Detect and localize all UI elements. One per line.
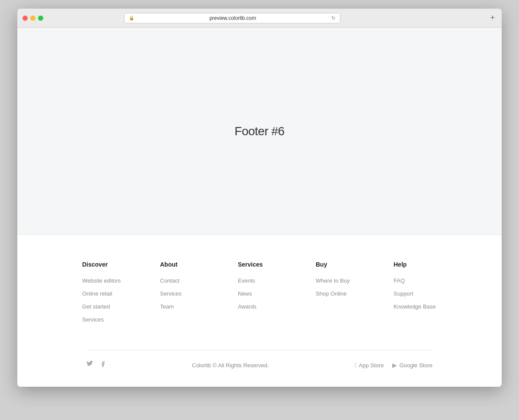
footer-link-online-retail[interactable]: Online retail bbox=[82, 290, 112, 297]
list-item: Shop Online bbox=[316, 290, 359, 297]
page-content-area: Footer #6 bbox=[17, 28, 502, 235]
footer-col-help-heading: Help bbox=[394, 261, 437, 268]
list-item: Events bbox=[238, 277, 281, 284]
app-store-label: App Store bbox=[359, 362, 384, 369]
google-store-label: Google Store bbox=[399, 362, 432, 369]
list-item: Contact bbox=[160, 277, 203, 284]
footer-link-events[interactable]: Events bbox=[238, 277, 255, 284]
address-bar[interactable]: 🔒 preview.colorlib.com ↻ bbox=[124, 13, 340, 23]
footer-col-services: Services Events News Awards bbox=[238, 261, 281, 328]
copyright-text: Colorlib © All Rights Reserved. bbox=[192, 362, 269, 369]
list-item: Knowledge Base bbox=[394, 302, 437, 310]
minimize-button[interactable] bbox=[30, 16, 35, 21]
list-item: Team bbox=[160, 302, 203, 310]
list-item: Awards bbox=[238, 302, 281, 310]
footer-link-faq[interactable]: FAQ bbox=[394, 277, 405, 284]
footer-link-website-editors[interactable]: Website editors bbox=[82, 277, 121, 284]
footer-link-support[interactable]: Support bbox=[394, 290, 413, 297]
footer-link-discover-services[interactable]: Services bbox=[82, 316, 104, 323]
close-button[interactable] bbox=[22, 16, 28, 21]
maximize-button[interactable] bbox=[38, 16, 43, 21]
reload-icon: ↻ bbox=[331, 15, 336, 21]
browser-window: 🔒 preview.colorlib.com ↻ + Footer #6 Dis… bbox=[17, 9, 502, 387]
footer-col-about: About Contact Services Team bbox=[160, 261, 203, 328]
list-item: Get started bbox=[82, 302, 125, 310]
footer-col-buy-heading: Buy bbox=[316, 261, 359, 268]
list-item: Where to Buy bbox=[316, 277, 359, 284]
store-links:  App Store ▶ Google Store bbox=[354, 362, 432, 369]
list-item: Services bbox=[160, 290, 203, 297]
footer-col-discover-heading: Discover bbox=[82, 261, 125, 268]
footer: Discover Website editors Online retail G… bbox=[17, 235, 502, 387]
lock-icon: 🔒 bbox=[129, 16, 134, 20]
footer-link-get-started[interactable]: Get started bbox=[82, 303, 110, 310]
footer-nav: Discover Website editors Online retail G… bbox=[17, 261, 502, 350]
list-item: Online retail bbox=[82, 290, 125, 297]
footer-col-services-heading: Services bbox=[238, 261, 281, 268]
footer-link-shop-online[interactable]: Shop Online bbox=[316, 290, 347, 297]
list-item: Website editors bbox=[82, 277, 125, 284]
footer-col-about-heading: About bbox=[160, 261, 203, 268]
page-title: Footer #6 bbox=[234, 124, 284, 138]
footer-col-buy: Buy Where to Buy Shop Online bbox=[316, 261, 359, 328]
facebook-icon[interactable] bbox=[99, 361, 106, 369]
footer-link-contact[interactable]: Contact bbox=[160, 277, 179, 284]
footer-bottom: Colorlib © All Rights Reserved.  App St… bbox=[17, 350, 502, 387]
google-store-link[interactable]: ▶ Google Store bbox=[392, 362, 432, 369]
social-icons bbox=[86, 361, 106, 369]
footer-col-help: Help FAQ Support Knowledge Base bbox=[394, 261, 437, 328]
footer-link-awards[interactable]: Awards bbox=[238, 303, 256, 310]
app-store-link[interactable]:  App Store bbox=[354, 362, 384, 369]
footer-link-team[interactable]: Team bbox=[160, 303, 174, 310]
footer-link-where-to-buy[interactable]: Where to Buy bbox=[316, 277, 350, 284]
footer-link-about-services[interactable]: Services bbox=[160, 290, 182, 297]
list-item: News bbox=[238, 290, 281, 297]
new-tab-button[interactable]: + bbox=[488, 13, 497, 22]
list-item: Services bbox=[82, 315, 125, 323]
list-item: FAQ bbox=[394, 277, 437, 284]
footer-col-discover: Discover Website editors Online retail G… bbox=[82, 261, 125, 328]
twitter-icon[interactable] bbox=[86, 361, 93, 369]
footer-link-news[interactable]: News bbox=[238, 290, 252, 297]
traffic-lights bbox=[22, 16, 43, 21]
browser-toolbar: 🔒 preview.colorlib.com ↻ + bbox=[17, 9, 502, 28]
play-icon: ▶ bbox=[392, 362, 397, 369]
url-text: preview.colorlib.com bbox=[136, 15, 329, 21]
apple-icon:  bbox=[354, 362, 356, 369]
footer-link-knowledge-base[interactable]: Knowledge Base bbox=[394, 303, 436, 310]
list-item: Support bbox=[394, 290, 437, 297]
